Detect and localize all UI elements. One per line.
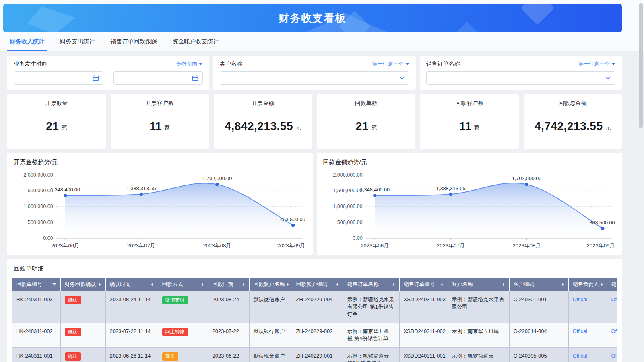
- stat-unit: 元: [295, 124, 301, 132]
- column-header-客户名称[interactable]: 客户名称▲▼: [448, 278, 509, 291]
- select-input[interactable]: [426, 71, 615, 85]
- vertical-scrollbar-thumb[interactable]: [639, 3, 643, 128]
- table-scroll-area[interactable]: 回款单编号财务回款确认▲▼确认时间▲▼回款方式▲▼回款日期▲▼回款账户名称▲▼回…: [12, 278, 617, 362]
- chart-title: 回款金额趋势/元: [323, 158, 616, 166]
- filter-operator-link[interactable]: 等于任意一个: [372, 60, 409, 68]
- cell: 2023-08-24 11:14: [105, 291, 158, 323]
- date-start-input[interactable]: [14, 71, 103, 85]
- sort-icon[interactable]: ▲▼: [287, 283, 289, 286]
- sort-icon[interactable]: ▲▼: [601, 283, 603, 286]
- svg-text:2023年09月: 2023年09月: [277, 243, 305, 249]
- banner-decor-polygon: [27, 6, 76, 32]
- column-header-财务回款确认[interactable]: 财务回款确认▲▼: [60, 278, 105, 291]
- user-link[interactable]: Offical: [611, 353, 617, 359]
- tab-资金账户收支统计[interactable]: 资金账户收支统计: [172, 32, 219, 51]
- stat-card-回款单数: 回款单数21笔: [317, 94, 416, 149]
- svg-text:1,500,000.00: 1,500,000.00: [23, 188, 53, 193]
- dashboard-banner: 财务收支看板: [3, 4, 622, 32]
- user-link[interactable]: Offical: [573, 296, 588, 302]
- top-area: 财务收支看板 财务收入统计财务支出统计销售订单回款跟踪资金账户收支统计: [0, 0, 644, 51]
- stat-value: 4,842,213.55: [225, 120, 293, 133]
- svg-text:403,500.00: 403,500.00: [280, 217, 305, 222]
- cell: 2023-07-22 11:14: [105, 323, 158, 348]
- cell: 确认: [60, 323, 105, 348]
- chart-title: 开票金额趋势/元: [14, 158, 306, 166]
- cell: 示例：南京华五机械-第4份销售订单: [343, 323, 399, 348]
- user-link[interactable]: Offical: [611, 328, 617, 334]
- column-header-销售订单编号[interactable]: 销售订单编号▲▼: [399, 278, 448, 291]
- tab-销售订单回款跟踪[interactable]: 销售订单回款跟踪: [110, 32, 157, 51]
- date-end-input[interactable]: [113, 71, 203, 85]
- user-link[interactable]: Offical: [573, 353, 588, 359]
- tab-财务支出统计[interactable]: 财务支出统计: [60, 32, 95, 51]
- filter-业务发生时间: 业务发生时间选择范围~: [7, 56, 209, 90]
- svg-text:500,000.00: 500,000.00: [337, 220, 362, 225]
- user-link[interactable]: Offical: [573, 328, 588, 334]
- sort-icon[interactable]: ▲▼: [392, 283, 395, 286]
- column-header-回款账户编码[interactable]: 回款账户编码▲▼: [292, 278, 343, 291]
- cell: HK-240311-001: [12, 348, 60, 362]
- table-row[interactable]: HK-240311-002确认2023-07-22 11:14网上转账2023-…: [12, 323, 617, 348]
- filter-dropdown-icon[interactable]: [52, 283, 56, 286]
- stat-label: 开票客户数: [146, 100, 174, 107]
- filter-operator-link[interactable]: 选择范围: [176, 60, 203, 68]
- column-header-销售负责人[interactable]: 销售负责人▲▼: [568, 278, 607, 291]
- cell: HK-240311-002: [12, 323, 60, 348]
- column-header-label: 回款账户名称: [254, 281, 285, 288]
- table-row[interactable]: HK-240311-003确认2023-08-24 11:14微信支付2023-…: [12, 291, 617, 323]
- cell: Offical: [607, 323, 617, 348]
- tab-财务收入统计[interactable]: 财务收入统计: [10, 32, 45, 51]
- stat-value: 11: [149, 120, 162, 133]
- sort-icon[interactable]: ▲▼: [99, 283, 101, 286]
- cell: Offical: [607, 291, 617, 323]
- select-input[interactable]: [220, 71, 409, 85]
- svg-text:0.00: 0.00: [43, 235, 53, 241]
- payment-detail-table: 回款单编号财务回款确认▲▼确认时间▲▼回款方式▲▼回款日期▲▼回款账户名称▲▼回…: [12, 278, 617, 362]
- column-header-销售[interactable]: 销售: [607, 278, 617, 291]
- filter-operator-link[interactable]: 等于任意一个: [578, 60, 615, 68]
- stat-unit: 笔: [371, 124, 377, 132]
- filter-label: 业务发生时间: [14, 60, 47, 68]
- operator-text: 等于任意一个: [372, 60, 404, 68]
- operator-text: 选择范围: [176, 60, 197, 68]
- sort-icon[interactable]: ▲▼: [336, 283, 339, 286]
- stat-label: 回款总金额: [559, 100, 587, 107]
- status-badge: 网上转账: [162, 328, 188, 336]
- column-header-回款账户名称[interactable]: 回款账户名称▲▼: [249, 278, 292, 291]
- column-header-回款日期[interactable]: 回款日期▲▼: [208, 278, 249, 291]
- column-header-确认时间[interactable]: 确认时间▲▼: [105, 278, 158, 291]
- column-header-回款单编号[interactable]: 回款单编号: [12, 278, 60, 291]
- cell: 网上转账: [158, 323, 208, 348]
- cell: 确认: [60, 348, 105, 362]
- cell: 确认: [60, 291, 105, 323]
- svg-text:2023年06月: 2023年06月: [361, 243, 389, 249]
- svg-text:2023年08月: 2023年08月: [203, 243, 231, 249]
- user-link[interactable]: Offical: [611, 296, 617, 302]
- cell: 现金: [158, 348, 208, 362]
- table-row[interactable]: HK-240311-001确认2023-06-26 11:14现金2023-06…: [12, 348, 617, 362]
- caret-down-icon: [405, 63, 409, 65]
- stat-card-开票数量: 开票数量21笔: [7, 94, 106, 149]
- stat-unit: 元: [605, 124, 611, 132]
- sort-icon[interactable]: ▲▼: [201, 283, 204, 286]
- sort-icon[interactable]: ▲▼: [441, 283, 444, 286]
- stat-value: 4,742,213.55: [535, 120, 603, 133]
- cell: 默认微信账户: [249, 291, 292, 323]
- svg-text:2023年09月: 2023年09月: [586, 243, 615, 249]
- column-header-label: 回款日期: [213, 281, 233, 288]
- svg-text:2023年06月: 2023年06月: [51, 243, 79, 249]
- column-header-回款方式[interactable]: 回款方式▲▼: [158, 278, 208, 291]
- column-header-客户编码[interactable]: 客户编码▲▼: [509, 278, 568, 291]
- sort-icon[interactable]: ▲▼: [151, 283, 154, 286]
- sort-icon[interactable]: ▲▼: [502, 283, 505, 286]
- sort-icon[interactable]: ▲▼: [242, 283, 245, 286]
- sort-icon[interactable]: ▲▼: [561, 283, 564, 286]
- chevron-down-icon: [605, 75, 611, 81]
- cell: 示例：新疆塔克水果有限公司: [448, 291, 509, 323]
- cell: 示例：新疆塔克水果有限公司-第1份销售订单: [343, 291, 399, 323]
- svg-text:2,000,000.00: 2,000,000.00: [333, 172, 363, 178]
- svg-text:1,348,400.00: 1,348,400.00: [50, 187, 80, 193]
- column-header-销售订单名称[interactable]: 销售订单名称▲▼: [343, 278, 399, 291]
- table-title: 回款单明细: [14, 265, 617, 273]
- svg-text:2,000,000.00: 2,000,000.00: [23, 172, 53, 178]
